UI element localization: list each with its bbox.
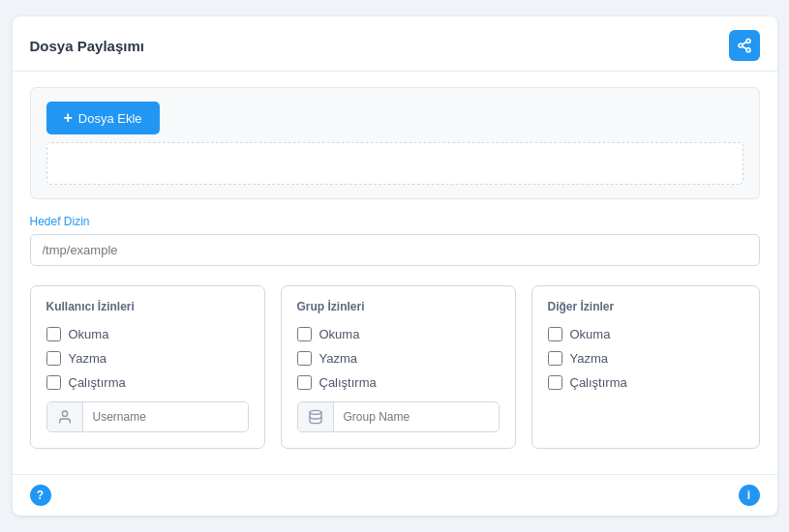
user-execute-item: Çalıştırma: [46, 375, 249, 390]
group-write-item: Yazma: [297, 351, 500, 366]
permissions-row: Kullanıcı İzinleri Okuma Yazma Çalıştırm…: [30, 285, 760, 449]
page-title: Dosya Paylaşımı: [30, 38, 144, 54]
group-perm-title: Grup İzinleri: [297, 300, 500, 313]
share-icon: [737, 38, 752, 53]
target-dir-field: Hedef Dizin: [30, 215, 760, 266]
svg-point-5: [62, 411, 67, 416]
user-write-checkbox[interactable]: [46, 351, 61, 366]
other-permissions-box: Diğer İzinler Okuma Yazma Çalıştırma: [531, 285, 760, 449]
group-read-label: Okuma: [319, 327, 360, 341]
other-write-checkbox[interactable]: [548, 351, 562, 366]
info-icon-label: i: [747, 488, 750, 502]
user-permissions-box: Kullanıcı İzinleri Okuma Yazma Çalıştırm…: [30, 285, 265, 449]
other-write-label: Yazma: [570, 351, 609, 366]
help-icon-label: ?: [37, 488, 44, 502]
footer-bar: ? i: [13, 474, 777, 516]
user-read-checkbox[interactable]: [46, 327, 61, 341]
help-button[interactable]: ?: [30, 485, 51, 506]
target-dir-label: Hedef Dizin: [30, 215, 760, 228]
card-body: + Dosya Ekle Hedef Dizin Kullanıcı İzinl…: [13, 72, 777, 464]
user-icon: [47, 402, 83, 431]
group-execute-label: Çalıştırma: [319, 375, 377, 390]
main-card: Dosya Paylaşımı + Dosya Ekle Hedef Dizin: [13, 16, 777, 516]
svg-point-6: [310, 410, 321, 414]
other-read-item: Okuma: [548, 327, 743, 341]
add-file-section: + Dosya Ekle: [30, 87, 760, 199]
group-permissions-box: Grup İzinleri Okuma Yazma Çalıştırma: [281, 285, 516, 449]
group-write-checkbox[interactable]: [297, 351, 312, 366]
groupname-input[interactable]: [334, 403, 499, 430]
add-file-button-label: Dosya Ekle: [78, 111, 142, 126]
database-icon: [308, 409, 323, 425]
user-execute-checkbox[interactable]: [46, 375, 61, 390]
user-read-label: Okuma: [69, 327, 109, 341]
target-dir-input[interactable]: [30, 234, 760, 266]
group-execute-checkbox[interactable]: [297, 375, 312, 390]
other-execute-checkbox[interactable]: [548, 375, 562, 390]
user-perm-title: Kullanıcı İzinleri: [46, 300, 249, 313]
group-read-item: Okuma: [297, 327, 500, 341]
svg-line-3: [742, 46, 746, 49]
plus-icon: +: [64, 109, 73, 127]
person-icon: [57, 409, 73, 425]
user-execute-label: Çalıştırma: [69, 375, 126, 390]
user-read-item: Okuma: [46, 327, 249, 341]
add-file-button[interactable]: + Dosya Ekle: [46, 102, 160, 134]
user-input-wrap: [46, 401, 249, 432]
other-execute-label: Çalıştırma: [570, 375, 627, 390]
group-input-wrap: [297, 401, 500, 432]
group-write-label: Yazma: [319, 351, 358, 366]
user-write-label: Yazma: [69, 351, 107, 366]
other-read-label: Okuma: [570, 327, 611, 341]
group-icon: [298, 402, 334, 431]
other-execute-item: Çalıştırma: [548, 375, 743, 390]
username-input[interactable]: [83, 403, 248, 430]
user-write-item: Yazma: [46, 351, 249, 366]
group-read-checkbox[interactable]: [297, 327, 312, 341]
file-dropzone[interactable]: [46, 142, 743, 185]
other-perm-title: Diğer İzinler: [548, 300, 743, 313]
card-header: Dosya Paylaşımı: [13, 16, 777, 72]
other-write-item: Yazma: [548, 351, 743, 366]
share-button[interactable]: [729, 30, 760, 61]
group-execute-item: Çalıştırma: [297, 375, 500, 390]
info-button[interactable]: i: [739, 485, 760, 506]
other-read-checkbox[interactable]: [548, 327, 562, 341]
svg-line-4: [742, 42, 746, 44]
